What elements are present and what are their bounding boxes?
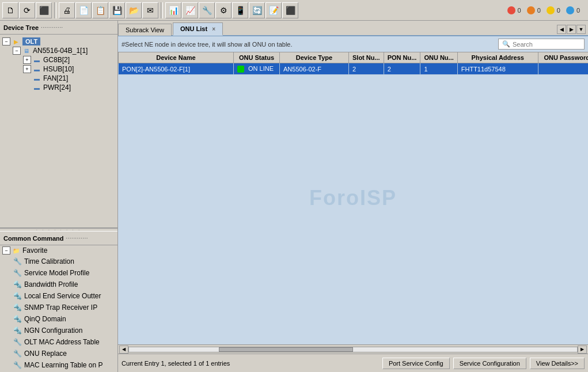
info-search-bar: #Select NE node in device tree, it will … bbox=[118, 36, 588, 52]
cmd-local-end[interactable]: 🔩 Local End Service Outter bbox=[0, 290, 117, 302]
device-tree-panel: Device Tree ············ − ▶ OLT − 🖥 AN5… bbox=[0, 21, 117, 228]
tab-subrack-label: Subrack View bbox=[126, 26, 164, 33]
device-tree-title: Device Tree bbox=[3, 24, 39, 31]
onu-table: Device Name ONU Status Device Type Slot … bbox=[118, 52, 588, 75]
tab-onu-close[interactable]: × bbox=[212, 26, 215, 32]
hscroll-track[interactable] bbox=[128, 347, 578, 352]
tree-pwr[interactable]: ▬ PWR[24] bbox=[2, 83, 115, 92]
traffic-light-orange bbox=[527, 6, 535, 14]
view-details-button[interactable]: View Details>> bbox=[530, 358, 585, 369]
tree-fan[interactable]: ▬ FAN[21] bbox=[2, 74, 115, 83]
toolbar-btn-doc[interactable]: 📄 bbox=[75, 2, 92, 18]
toolbar-btn-mail[interactable]: ✉ bbox=[142, 2, 158, 18]
traffic-light-blue bbox=[566, 6, 574, 14]
cmd-label-3: Bandwidth Profile bbox=[24, 280, 78, 289]
toolbar-btn-save[interactable]: 💾 bbox=[109, 2, 125, 18]
toolbar-btn-chart[interactable]: 📊 bbox=[165, 2, 181, 18]
toolbar-btn-new[interactable]: 🗋 bbox=[2, 2, 18, 18]
toolbar-group-1: 🗋 ⟳ ⬛ bbox=[2, 2, 52, 18]
col-slot: Slot Nu... bbox=[349, 52, 384, 63]
common-panel: Common Command ············ − 📁 Favorite… bbox=[0, 231, 117, 372]
toolbar-btn-refresh[interactable]: ⟳ bbox=[19, 2, 35, 18]
cmd-service-model[interactable]: 🔧 Service Model Profile bbox=[0, 267, 117, 279]
table-row[interactable]: PON[2]-AN5506-02-F[1] ON LINE AN5506-02-… bbox=[119, 63, 589, 75]
tree-an5516[interactable]: − 🖥 AN5516-04B_1[1] bbox=[2, 46, 115, 55]
info-message: #Select NE node in device tree, it will … bbox=[122, 41, 293, 48]
col-physical-address: Physical Address bbox=[457, 52, 538, 63]
wrench-icon-5: 🔩 bbox=[13, 303, 22, 312]
tree-root-minus[interactable]: − bbox=[2, 37, 10, 45]
cmd-time-calibration[interactable]: 🔧 Time Calibration bbox=[0, 256, 117, 267]
toolbar-group-2: 🖨 📄 📋 💾 📂 ✉ bbox=[59, 2, 158, 18]
tree-gc8b-label: GC8B[2] bbox=[43, 56, 70, 64]
cmd-label-4: Local End Service Outter bbox=[24, 292, 101, 300]
wrench-icon-8: 🔧 bbox=[13, 337, 22, 347]
card-icon-gc8b: ▬ bbox=[32, 56, 41, 64]
row-device-type: AN5506-02-F bbox=[283, 66, 321, 73]
port-service-config-button[interactable]: Port Service Config bbox=[382, 358, 450, 369]
cmd-qinq[interactable]: 🔩 QinQ Domain bbox=[0, 313, 117, 325]
toolbar-btn-wrench[interactable]: 🔧 bbox=[199, 2, 215, 18]
content-area: #Select NE node in device tree, it will … bbox=[118, 36, 588, 372]
toolbar-btn-sync[interactable]: 🔄 bbox=[249, 2, 265, 18]
tree-hsub[interactable]: + ▬ HSUB[10] bbox=[2, 64, 115, 74]
toolbar-btn-block[interactable]: ⬛ bbox=[282, 2, 298, 18]
cmd-ngn[interactable]: 🔩 NGN Configuration bbox=[0, 325, 117, 336]
cmd-mac-learning[interactable]: 🔧 MAC Learning Table on P bbox=[0, 359, 117, 371]
search-box[interactable]: 🔍 bbox=[498, 39, 585, 50]
toolbar-btn-stop[interactable]: ⬛ bbox=[36, 2, 52, 18]
tree-hsub-plus[interactable]: + bbox=[23, 65, 31, 73]
cmd-label-7: NGN Configuration bbox=[24, 327, 82, 335]
table-wrapper: ForoISP Device Name ONU Status Device Ty… bbox=[118, 52, 588, 344]
service-configuration-button[interactable]: Service Configuration bbox=[453, 358, 526, 369]
cmd-bandwidth[interactable]: 🔩 Bandwidth Profile bbox=[0, 279, 117, 290]
wrench-icon-3: 🔩 bbox=[13, 280, 22, 289]
tree-pwr-label: PWR[24] bbox=[43, 83, 71, 92]
cmd-onu-replace[interactable]: 🔧 ONU Replace bbox=[0, 348, 117, 359]
favorite-label: Favorite bbox=[22, 246, 47, 255]
col-onu-status: ONU Status bbox=[234, 52, 280, 63]
bottom-bar: Current Entry 1, selected 1 of 1 entries… bbox=[118, 354, 588, 372]
tab-nav-down[interactable]: ▼ bbox=[576, 25, 586, 34]
toolbar-btn-open[interactable]: 📂 bbox=[126, 2, 142, 18]
tree-an5516-label: AN5516-04B_1[1] bbox=[33, 47, 88, 55]
toolbar-btn-print[interactable]: 🖨 bbox=[59, 2, 75, 18]
tab-subrack-view[interactable]: Subrack View bbox=[118, 24, 172, 36]
tree-an5516-minus[interactable]: − bbox=[13, 47, 21, 55]
tab-nav-left[interactable]: ◀ bbox=[557, 25, 566, 34]
bottom-status: Current Entry 1, selected 1 of 1 entries bbox=[122, 360, 379, 367]
toolbar-btn-note[interactable]: 📝 bbox=[265, 2, 282, 18]
row-physical-address: FHTT11d57548 bbox=[461, 66, 506, 73]
cmd-label-2: Service Model Profile bbox=[24, 269, 89, 277]
scroll-right-arrow[interactable]: ▶ bbox=[578, 346, 587, 354]
wrench-icon-1: 🔧 bbox=[13, 257, 22, 266]
cmd-olt-mac[interactable]: 🔧 OLT MAC Address Table bbox=[0, 336, 117, 348]
hscroll-thumb[interactable] bbox=[219, 347, 353, 352]
cell-status: ON LINE bbox=[234, 63, 280, 75]
tree-gc8b-plus[interactable]: + bbox=[23, 56, 31, 64]
toolbar-btn-graph[interactable]: 📈 bbox=[182, 2, 198, 18]
toolbar-btn-copy[interactable]: 📋 bbox=[92, 2, 108, 18]
olt-label: OLT bbox=[22, 37, 40, 45]
toolbar-btn-gear[interactable]: ⚙ bbox=[215, 2, 232, 18]
traffic-count-blue: 0 bbox=[576, 7, 580, 14]
favorite-group[interactable]: − 📁 Favorite bbox=[0, 245, 117, 256]
search-input[interactable] bbox=[513, 41, 582, 48]
tab-nav-right[interactable]: ▶ bbox=[567, 25, 576, 34]
cell-pon: 2 bbox=[384, 63, 420, 75]
cell-device-name: PON[2]-AN5506-02-F[1] bbox=[119, 63, 234, 75]
toolbar-sep-1 bbox=[54, 2, 56, 18]
tree-root[interactable]: − ▶ OLT bbox=[2, 37, 115, 46]
cmd-snmp[interactable]: 🔩 SNMP Trap Receiver IP bbox=[0, 302, 117, 313]
cmd-label-6: QinQ Domain bbox=[24, 315, 66, 323]
scroll-left-arrow[interactable]: ◀ bbox=[119, 346, 128, 354]
row-slot: 2 bbox=[352, 66, 356, 73]
tree-gc8b[interactable]: + ▬ GC8B[2] bbox=[2, 55, 115, 64]
right-panel: Subrack View ONU List × ◀ ▶ ▼ #Select NE… bbox=[118, 21, 588, 372]
wrench-icon-4: 🔩 bbox=[13, 291, 22, 301]
toolbar-btn-mobile[interactable]: 📱 bbox=[232, 2, 248, 18]
search-icon: 🔍 bbox=[502, 40, 510, 48]
favorite-minus[interactable]: − bbox=[2, 246, 10, 255]
tab-onu-list[interactable]: ONU List × bbox=[173, 22, 223, 36]
toolbar-sep-2 bbox=[161, 2, 163, 18]
